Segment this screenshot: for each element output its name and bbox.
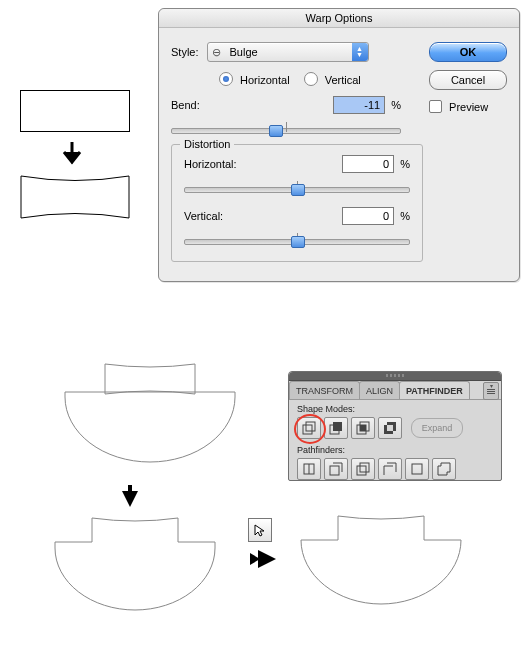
- style-value: Bulge: [226, 46, 352, 58]
- bulge-icon: ⊖: [210, 46, 224, 59]
- svg-rect-2: [306, 422, 315, 431]
- bend-input[interactable]: -11: [333, 96, 385, 114]
- arrow-right-icon: [250, 550, 276, 570]
- dist-v-label: Vertical:: [184, 210, 223, 222]
- arrow-down-icon: [120, 485, 140, 507]
- dist-h-input[interactable]: 0: [342, 155, 394, 173]
- checkbox-icon: [429, 100, 442, 113]
- tab-align[interactable]: ALIGN: [359, 381, 400, 399]
- pathfinders-label: Pathfinders:: [297, 445, 493, 455]
- tab-transform[interactable]: TRANSFORM: [289, 381, 360, 399]
- figure-hat-final: [296, 514, 466, 616]
- divide-button[interactable]: [297, 458, 321, 480]
- cancel-button[interactable]: Cancel: [429, 70, 507, 90]
- dist-h-unit: %: [400, 158, 410, 170]
- tab-pathfinder[interactable]: PATHFINDER: [399, 381, 470, 399]
- radio-icon: [304, 72, 318, 86]
- dist-h-label: Horizontal:: [184, 158, 237, 170]
- bend-label: Bend:: [171, 99, 200, 111]
- merge-button[interactable]: [351, 458, 375, 480]
- svg-rect-13: [330, 466, 339, 475]
- svg-marker-17: [122, 491, 138, 507]
- slider-thumb[interactable]: [291, 184, 305, 196]
- svg-rect-4: [333, 422, 342, 431]
- outline-button[interactable]: [405, 458, 429, 480]
- radio-icon: [219, 72, 233, 86]
- distortion-legend: Distortion: [180, 138, 234, 150]
- svg-rect-16: [412, 464, 422, 474]
- figure-hat-united: [50, 516, 220, 618]
- warp-options-dialog: Warp Options Style: ⊖ Bulge ▲▼ Horizonta…: [158, 8, 520, 282]
- direct-selection-icon: [253, 523, 267, 537]
- crop-button[interactable]: [378, 458, 402, 480]
- style-select[interactable]: ⊖ Bulge ▲▼: [207, 42, 369, 62]
- bend-slider[interactable]: [171, 124, 401, 138]
- svg-rect-18: [128, 485, 132, 493]
- ok-button[interactable]: OK: [429, 42, 507, 62]
- dist-v-unit: %: [400, 210, 410, 222]
- orientation-horizontal[interactable]: Horizontal: [219, 72, 290, 86]
- minus-back-button[interactable]: [432, 458, 456, 480]
- shape-modes-label: Shape Modes:: [297, 404, 493, 414]
- figure-rectangle: [20, 90, 130, 132]
- orientation-vertical[interactable]: Vertical: [304, 72, 361, 86]
- expand-button[interactable]: Expand: [411, 418, 463, 438]
- style-label: Style:: [171, 46, 199, 58]
- figure-concave-rect: [20, 175, 130, 221]
- minus-front-button[interactable]: [324, 417, 348, 439]
- svg-rect-15: [360, 463, 369, 472]
- svg-rect-14: [357, 466, 366, 475]
- svg-rect-10: [387, 425, 393, 431]
- panel-menu-button[interactable]: [483, 382, 499, 400]
- panel-grip[interactable]: [289, 372, 501, 381]
- dist-h-slider[interactable]: [184, 183, 410, 197]
- trim-button[interactable]: [324, 458, 348, 480]
- bend-unit: %: [391, 99, 401, 111]
- arrow-down-icon: [62, 142, 82, 164]
- exclude-button[interactable]: [378, 417, 402, 439]
- preview-checkbox[interactable]: Preview: [429, 100, 507, 113]
- svg-rect-1: [303, 425, 312, 434]
- direct-selection-tool-button[interactable]: [248, 518, 272, 542]
- figure-hat-parts: [60, 362, 240, 474]
- svg-rect-7: [360, 425, 366, 431]
- dist-v-input[interactable]: 0: [342, 207, 394, 225]
- dist-v-slider[interactable]: [184, 235, 410, 249]
- pathfinder-panel: TRANSFORM ALIGN PATHFINDER Shape Modes: …: [288, 371, 502, 481]
- slider-thumb[interactable]: [291, 236, 305, 248]
- svg-marker-20: [258, 550, 276, 568]
- dropdown-arrows-icon: ▲▼: [352, 43, 368, 61]
- intersect-button[interactable]: [351, 417, 375, 439]
- slider-thumb[interactable]: [269, 125, 283, 137]
- dialog-title: Warp Options: [159, 9, 519, 28]
- unite-button[interactable]: [297, 417, 321, 439]
